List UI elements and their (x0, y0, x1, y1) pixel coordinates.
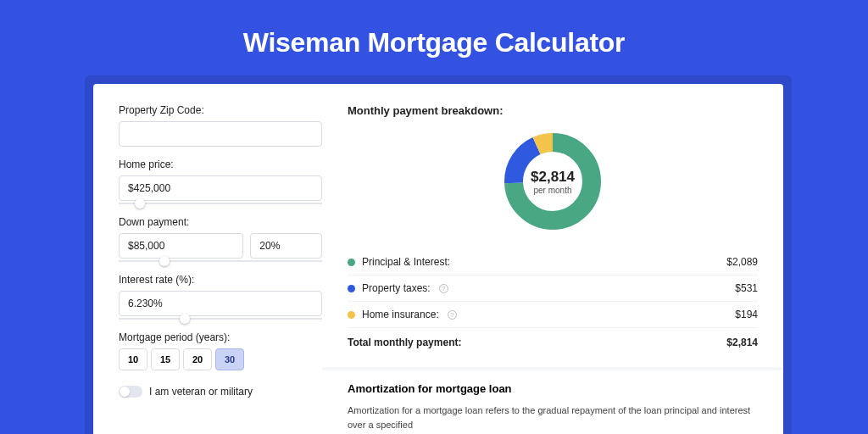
field-interest-rate: Interest rate (%): (119, 274, 322, 320)
legend-row-total: Total monthly payment: $2,814 (348, 328, 758, 355)
donut-chart-wrapper: $2,814 per month (348, 131, 758, 232)
legend-row-taxes: Property taxes: ? $531 (348, 275, 758, 302)
donut-center: $2,814 per month (531, 169, 575, 195)
amortization-section: Amortization for mortgage loan Amortizat… (322, 367, 783, 431)
dot-icon (348, 285, 355, 292)
legend-value: $531 (735, 282, 758, 294)
period-button-10[interactable]: 10 (119, 348, 147, 370)
period-button-20[interactable]: 20 (183, 348, 212, 370)
field-zip: Property Zip Code: (119, 104, 322, 147)
form-column: Property Zip Code: Home price: Down paym… (119, 104, 322, 431)
panel-shadow: Property Zip Code: Home price: Down paym… (85, 75, 792, 434)
down-payment-label: Down payment: (119, 216, 322, 228)
calculator-panel: Property Zip Code: Home price: Down paym… (93, 84, 783, 434)
donut-chart: $2,814 per month (502, 131, 604, 232)
period-button-30[interactable]: 30 (215, 348, 244, 370)
legend-value: $2,089 (726, 256, 758, 268)
down-payment-amount-input[interactable] (119, 233, 243, 259)
breakdown-column: Monthly payment breakdown: $2,814 per mo… (348, 104, 758, 431)
legend-label: Property taxes: (362, 282, 431, 294)
zip-label: Property Zip Code: (119, 104, 322, 116)
slider-thumb-icon[interactable] (159, 256, 170, 266)
slider-thumb-icon[interactable] (135, 198, 145, 209)
total-value: $2,814 (726, 337, 758, 348)
breakdown-title: Monthly payment breakdown: (348, 104, 758, 117)
legend-value: $194 (735, 309, 758, 320)
mortgage-period-label: Mortgage period (years): (119, 331, 322, 343)
page-header: Wiseman Mortgage Calculator (0, 0, 868, 75)
interest-rate-label: Interest rate (%): (119, 274, 322, 286)
legend-row-principal: Principal & Interest: $2,089 (348, 249, 758, 275)
legend-label: Principal & Interest: (362, 256, 450, 268)
total-label: Total monthly payment: (348, 337, 461, 348)
dot-icon (348, 311, 355, 319)
zip-input[interactable] (119, 121, 322, 147)
page-title: Wiseman Mortgage Calculator (0, 27, 868, 58)
amortization-title: Amortization for mortgage loan (348, 382, 758, 395)
donut-amount: $2,814 (531, 169, 575, 186)
veteran-label: I am veteran or military (149, 386, 253, 398)
veteran-toggle-row: I am veteran or military (119, 386, 322, 398)
period-button-group: 10 15 20 30 (119, 348, 322, 370)
dot-icon (348, 259, 355, 266)
legend-label: Home insurance: (362, 309, 439, 320)
field-mortgage-period: Mortgage period (years): 10 15 20 30 (119, 331, 322, 370)
toggle-knob-icon (120, 387, 130, 397)
donut-permonth: per month (531, 186, 575, 195)
field-down-payment: Down payment: (119, 216, 322, 262)
info-icon[interactable]: ? (448, 310, 457, 320)
slider-thumb-icon[interactable] (180, 314, 190, 324)
period-button-15[interactable]: 15 (151, 348, 180, 370)
down-payment-percent-input[interactable] (250, 233, 322, 259)
home-price-input[interactable] (119, 175, 322, 201)
home-price-label: Home price: (119, 159, 322, 170)
down-payment-slider[interactable] (119, 260, 322, 262)
amortization-text: Amortization for a mortgage loan refers … (348, 403, 758, 431)
legend-row-insurance: Home insurance: ? $194 (348, 302, 758, 328)
home-price-slider[interactable] (119, 203, 322, 204)
field-home-price: Home price: (119, 159, 322, 204)
interest-rate-input[interactable] (119, 291, 322, 316)
info-icon[interactable]: ? (439, 284, 448, 293)
veteran-toggle[interactable] (119, 386, 142, 398)
interest-rate-slider[interactable] (119, 318, 322, 320)
